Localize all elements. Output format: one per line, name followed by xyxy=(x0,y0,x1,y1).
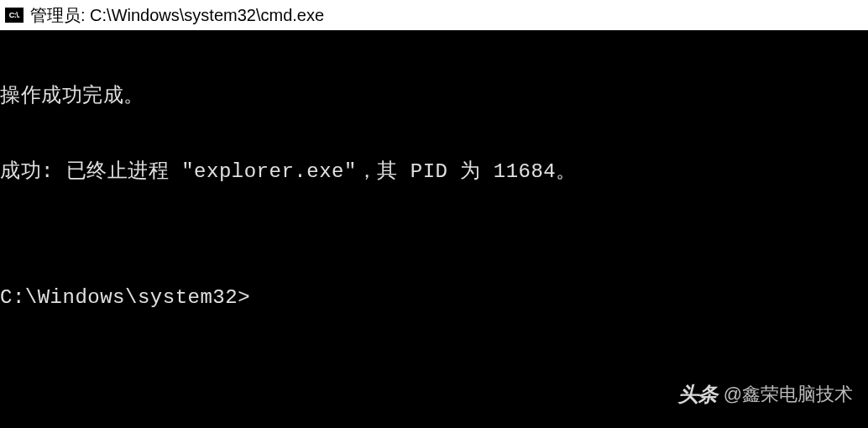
watermark-handle: @鑫荣电脑技术 xyxy=(724,382,853,407)
window-title: 管理员: C:\Windows\system32\cmd.exe xyxy=(30,4,324,27)
title-bar[interactable]: C:\. 管理员: C:\Windows\system32\cmd.exe xyxy=(0,0,868,30)
watermark-label: 头条 xyxy=(678,381,717,408)
terminal-line: 操作成功完成。 xyxy=(0,84,868,109)
watermark: 头条 @鑫荣电脑技术 xyxy=(678,381,853,408)
cmd-app-icon: C:\. xyxy=(5,8,24,23)
terminal-prompt: C:\Windows\system32> xyxy=(0,285,868,311)
terminal-output[interactable]: 操作成功完成。 成功: 已终止进程 "explorer.exe"，其 PID 为… xyxy=(0,30,868,336)
terminal-line: 成功: 已终止进程 "explorer.exe"，其 PID 为 11684。 xyxy=(0,159,868,185)
